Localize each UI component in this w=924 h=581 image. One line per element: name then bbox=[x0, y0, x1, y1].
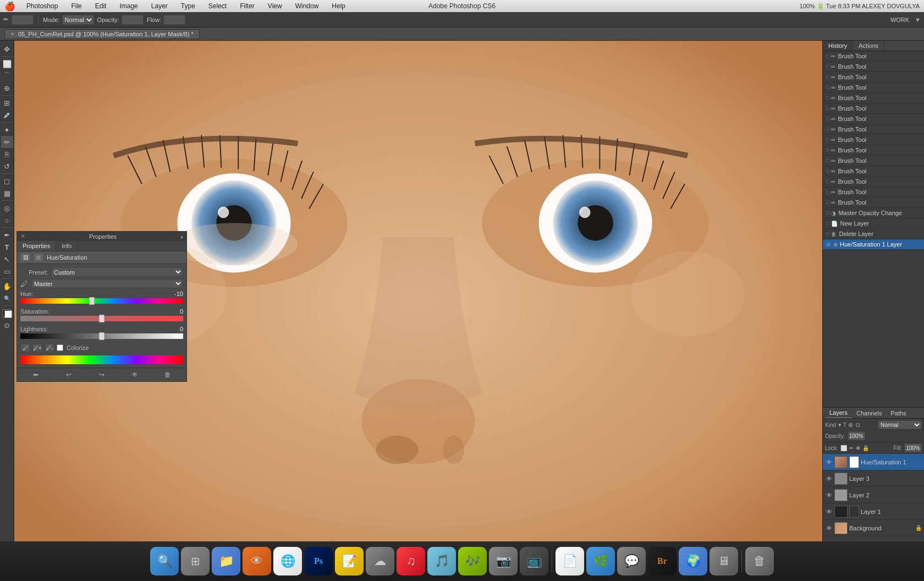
eraser-tool[interactable]: ◻ bbox=[1, 175, 13, 187]
menu-photoshop[interactable]: Photoshop bbox=[24, 2, 60, 10]
menu-layer[interactable]: Layer bbox=[149, 2, 170, 10]
menu-filter[interactable]: Filter bbox=[238, 2, 257, 10]
dock-music[interactable]: 🎵 bbox=[427, 547, 456, 575]
lock-all[interactable]: 🔒 bbox=[862, 445, 869, 451]
crop-tool[interactable]: ⊞ bbox=[1, 97, 13, 109]
gradient-tool[interactable]: ▦ bbox=[1, 187, 13, 199]
marquee-tool[interactable]: ⬜ bbox=[1, 58, 13, 70]
dock-app2[interactable]: 🎶 bbox=[458, 547, 487, 575]
layer-row-1[interactable]: 👁 Layer 3 bbox=[823, 470, 924, 487]
menu-image[interactable]: Image bbox=[117, 2, 140, 10]
prop-prev-button[interactable]: ⬅ bbox=[31, 370, 41, 379]
history-item-5[interactable]: □✏Brush Tool bbox=[823, 103, 924, 114]
dock-app6[interactable]: 🌍 bbox=[679, 547, 707, 575]
history-item-15[interactable]: □◑Master Opacity Change bbox=[823, 208, 924, 218]
prop-eyedropper-tool[interactable]: 🖊 bbox=[20, 343, 30, 352]
menu-file[interactable]: File bbox=[69, 2, 84, 10]
hue-slider-thumb[interactable] bbox=[89, 297, 95, 305]
history-item-18[interactable]: ▣⊕Hue/Saturation 1 Layer bbox=[823, 239, 924, 250]
layer-eye-2[interactable]: 👁 bbox=[825, 491, 833, 499]
history-item-8[interactable]: □✏Brush Tool bbox=[823, 135, 924, 145]
shape-tool[interactable]: ▭ bbox=[1, 265, 13, 277]
layer-eye-0[interactable]: 👁 bbox=[825, 458, 833, 466]
adjustment-icon-1[interactable]: 🖼 bbox=[20, 253, 30, 262]
dock-chrome[interactable]: 🌐 bbox=[273, 547, 302, 575]
hue-slider-container[interactable] bbox=[20, 298, 183, 305]
opacity-input[interactable]: 100% bbox=[122, 15, 144, 25]
path-select-tool[interactable]: ↖ bbox=[1, 253, 13, 265]
properties-header[interactable]: ✕ Properties ▴ bbox=[17, 232, 186, 241]
lasso-tool[interactable]: ⌒ bbox=[1, 70, 13, 82]
dock-textedit[interactable]: 📄 bbox=[556, 547, 584, 575]
quick-select-tool[interactable]: ⊕ bbox=[1, 82, 13, 94]
prop-delete-button[interactable]: 🗑 bbox=[163, 370, 173, 379]
blend-mode-select[interactable]: Normal bbox=[878, 420, 922, 429]
adjustment-icon-2[interactable]: ⊙ bbox=[34, 253, 43, 262]
preset-select[interactable]: Custom bbox=[51, 267, 183, 277]
dock-trash[interactable]: 🗑 bbox=[745, 547, 774, 575]
history-brush-tool[interactable]: ↺ bbox=[1, 160, 13, 172]
dock-app7[interactable]: 🖥 bbox=[710, 547, 738, 575]
layer-eye-3[interactable]: 👁 bbox=[825, 508, 833, 516]
prop-eyedropper-plus[interactable]: 🖊+ bbox=[32, 343, 42, 352]
document-tab[interactable]: ✕ 05_PH_ComRet.psd @ 100% (Hue/Saturatio… bbox=[4, 29, 200, 39]
dock-launchpad[interactable]: ⊞ bbox=[181, 547, 210, 575]
channel-select[interactable]: Master bbox=[31, 279, 183, 288]
blur-tool[interactable]: ◎ bbox=[1, 202, 13, 214]
dock-stickies[interactable]: 📝 bbox=[335, 547, 364, 575]
clone-tool[interactable]: ⎘ bbox=[1, 148, 13, 160]
mode-select[interactable]: Normal bbox=[62, 15, 94, 25]
eyedropper-tool[interactable]: 💉 bbox=[1, 109, 13, 121]
flow-input[interactable]: 11% bbox=[163, 15, 185, 25]
prop-eyedropper-minus[interactable]: 🖊- bbox=[45, 343, 54, 352]
tab-close[interactable]: ✕ bbox=[10, 31, 15, 37]
dock-iphoto[interactable]: 📷 bbox=[489, 547, 518, 575]
properties-close[interactable]: ✕ bbox=[20, 233, 25, 240]
workspace-arrow[interactable]: ▼ bbox=[915, 17, 921, 23]
dock-app5[interactable]: 💬 bbox=[617, 547, 646, 575]
menu-help[interactable]: Help bbox=[329, 2, 348, 10]
history-item-14[interactable]: □✏Brush Tool bbox=[823, 198, 924, 208]
lightness-slider-container[interactable] bbox=[20, 333, 183, 340]
dock-app3[interactable]: 📺 bbox=[520, 547, 548, 575]
lock-transparent[interactable]: ⬜ bbox=[840, 445, 847, 451]
history-item-0[interactable]: □✏Brush Tool bbox=[823, 51, 924, 62]
tab-layers[interactable]: Layers bbox=[825, 408, 852, 418]
brush-tool[interactable]: ✏ bbox=[1, 136, 13, 148]
lock-position[interactable]: ✥ bbox=[856, 445, 860, 451]
layer-row-0[interactable]: 👁 Hue/Saturation 1 bbox=[823, 454, 924, 470]
menu-view[interactable]: View bbox=[266, 2, 284, 10]
tab-properties[interactable]: Properties bbox=[17, 241, 56, 251]
history-item-17[interactable]: □🗑Delete Layer bbox=[823, 229, 924, 239]
history-item-9[interactable]: □✏Brush Tool bbox=[823, 145, 924, 156]
hand-tool[interactable]: ✋ bbox=[1, 280, 13, 292]
dock-app4[interactable]: 🌿 bbox=[586, 547, 615, 575]
lock-image[interactable]: ✏ bbox=[849, 445, 854, 451]
zoom-tool[interactable]: 🔍 bbox=[1, 292, 13, 304]
layer-eye-4[interactable]: 👁 bbox=[825, 524, 833, 532]
layer-eye-1[interactable]: 👁 bbox=[825, 475, 833, 483]
menu-type[interactable]: Type bbox=[179, 2, 197, 10]
spot-heal-tool[interactable]: ✦ bbox=[1, 124, 13, 136]
menu-window[interactable]: Window bbox=[293, 2, 321, 10]
dodge-tool[interactable]: ○ bbox=[1, 214, 13, 226]
history-item-10[interactable]: □✏Brush Tool bbox=[823, 156, 924, 166]
layer-row-4[interactable]: 👁 Background 🔒 bbox=[823, 520, 924, 536]
saturation-slider-thumb[interactable] bbox=[99, 315, 105, 322]
history-item-13[interactable]: □✏Brush Tool bbox=[823, 187, 924, 198]
history-item-7[interactable]: □✏Brush Tool bbox=[823, 124, 924, 135]
prop-undo-button[interactable]: ↩ bbox=[64, 370, 74, 379]
tab-channels[interactable]: Channels bbox=[852, 408, 886, 418]
prop-redo-button[interactable]: ↪ bbox=[97, 370, 107, 379]
tab-paths[interactable]: Paths bbox=[887, 408, 911, 418]
history-item-12[interactable]: □✏Brush Tool bbox=[823, 177, 924, 187]
history-item-2[interactable]: □✏Brush Tool bbox=[823, 72, 924, 83]
history-item-1[interactable]: □✏Brush Tool bbox=[823, 62, 924, 72]
tab-info[interactable]: Info bbox=[56, 241, 78, 251]
opacity-input[interactable] bbox=[848, 431, 865, 440]
type-tool[interactable]: T bbox=[1, 241, 13, 253]
menu-edit[interactable]: Edit bbox=[93, 2, 109, 10]
dock-bridge[interactable]: Br bbox=[648, 547, 676, 575]
dock-photoshop[interactable]: Ps bbox=[304, 547, 333, 575]
layer-row-3[interactable]: 👁 Layer 1 bbox=[823, 503, 924, 520]
